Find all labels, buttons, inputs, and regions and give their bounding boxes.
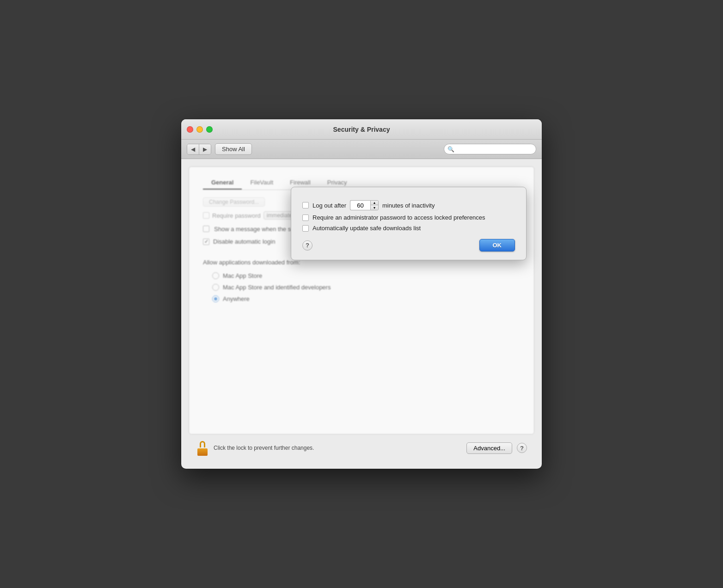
radio-row-anywhere: Anywhere (212, 295, 520, 302)
nav-buttons: ◀ ▶ (187, 144, 211, 155)
tab-general[interactable]: General (203, 176, 242, 190)
forward-button[interactable]: ▶ (199, 144, 211, 154)
change-password-button[interactable]: Change Password... (203, 197, 265, 207)
traffic-lights (187, 126, 213, 133)
close-button[interactable] (187, 126, 193, 133)
lock-icon[interactable] (196, 440, 209, 456)
radio-row-identified: Mac App Store and identified developers (212, 284, 520, 291)
require-password-checkbox[interactable] (203, 212, 209, 219)
radio-identified[interactable] (212, 284, 219, 291)
log-out-checkbox[interactable] (302, 202, 309, 208)
radio-app-store-label: Mac App Store (223, 272, 262, 279)
radio-row-app-store: Mac App Store (212, 272, 520, 279)
radio-identified-label: Mac App Store and identified developers (223, 284, 331, 291)
log-out-row: Log out after ▲ ▼ minutes of inactivity (302, 200, 515, 210)
spinner-arrows: ▲ ▼ (370, 200, 379, 210)
content-area: General FileVault Firewall Privacy Chang… (181, 159, 542, 469)
lock-body (197, 448, 208, 456)
spinner-up-button[interactable]: ▲ (371, 201, 378, 205)
auto-update-row: Automatically update safe downloads list (302, 225, 515, 232)
radio-anywhere-label: Anywhere (223, 295, 250, 302)
show-lock-message-checkbox[interactable] (203, 226, 209, 232)
search-input[interactable] (444, 144, 536, 154)
log-out-suffix: minutes of inactivity (382, 202, 435, 209)
minutes-input[interactable] (350, 200, 370, 210)
auto-update-label: Automatically update safe downloads list (312, 225, 421, 232)
radio-app-store[interactable] (212, 272, 219, 279)
disable-login-checkbox[interactable] (203, 239, 209, 245)
lock-shackle (200, 441, 205, 447)
bottom-bar: Click the lock to prevent further change… (189, 435, 534, 461)
disable-login-label: Disable automatic login (213, 238, 275, 245)
log-out-minutes-spinner: ▲ ▼ (350, 200, 379, 210)
search-wrapper: 🔍 (444, 144, 536, 154)
auto-update-checkbox[interactable] (302, 225, 309, 232)
radio-anywhere[interactable] (212, 295, 219, 302)
require-admin-row: Require an administrator password to acc… (302, 214, 515, 221)
lock-text: Click the lock to prevent further change… (214, 445, 314, 451)
radio-group: Mac App Store Mac App Store and identifi… (212, 272, 520, 302)
tab-filevault[interactable]: FileVault (242, 176, 282, 190)
dialog-bottom: ? OK (302, 239, 515, 251)
maximize-button[interactable] (206, 126, 213, 133)
require-admin-label: Require an administrator password to acc… (312, 214, 485, 221)
show-all-button[interactable]: Show All (215, 143, 252, 155)
ok-button[interactable]: OK (479, 239, 515, 251)
back-button[interactable]: ◀ (187, 144, 199, 154)
require-password-label: Require password (212, 212, 261, 219)
advanced-dialog: Log out after ▲ ▼ minutes of inactivity … (291, 187, 527, 260)
minimize-button[interactable] (196, 126, 203, 133)
advanced-button[interactable]: Advanced... (466, 442, 512, 454)
log-out-label: Log out after (312, 202, 346, 209)
toolbar: ◀ ▶ Show All 🔍 (181, 140, 542, 159)
help-button[interactable]: ? (517, 443, 527, 453)
require-admin-checkbox[interactable] (302, 214, 309, 221)
window-title: Security & Privacy (333, 126, 390, 133)
window: Security & Privacy ◀ ▶ Show All 🔍 Genera… (181, 119, 542, 469)
spinner-down-button[interactable]: ▼ (371, 205, 378, 210)
allow-apps-section: Allow applications downloaded from: Mac … (203, 259, 520, 302)
dialog-help-button[interactable]: ? (302, 240, 312, 251)
titlebar: Security & Privacy (181, 119, 542, 140)
